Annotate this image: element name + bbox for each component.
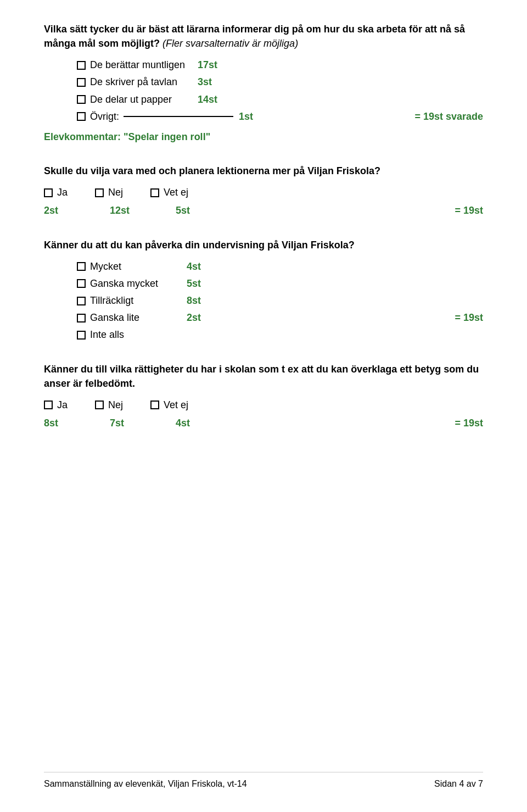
checkbox-ja-q2[interactable] [44, 188, 53, 197]
option-delar: De delar ut papper 14st [77, 93, 483, 107]
label-nej-q2: Nej [108, 186, 123, 199]
elevkommentar-text: "Spelar ingen roll" [124, 131, 210, 142]
label-nej-q4: Nej [108, 398, 123, 412]
footer-left: Sammanställning av elevenkät, Viljan Fri… [44, 778, 247, 790]
question-1-block: Vilka sätt tycker du är bäst att lärarna… [44, 22, 483, 144]
checkbox-nej-q4[interactable] [95, 401, 104, 409]
question-1-options: De berättar muntligen 17st De skriver på… [77, 58, 483, 124]
label-ja-q2: Ja [57, 186, 68, 199]
count-vetej-q4: 4st [176, 416, 242, 430]
checkbox-ganska-mycket[interactable] [77, 279, 86, 288]
footer-right: Sidan 4 av 7 [434, 778, 483, 790]
checkbox-ja-q4[interactable] [44, 401, 53, 409]
label-ganska-lite: Ganska lite [90, 311, 139, 325]
question-2-block: Skulle du vilja vara med och planera lek… [44, 164, 483, 218]
question-2-main: Skulle du vilja vara med och planera lek… [44, 165, 380, 176]
option-mycket: Mycket 4st [77, 260, 483, 274]
option-ovrigt-label: Övrigt: [90, 110, 119, 124]
question-4-text: Känner du till vilka rättigheter du har … [44, 362, 483, 391]
option-delar-label: De delar ut papper [90, 93, 172, 107]
option-ovrigt: Övrigt: 1st = 19st svarade [77, 110, 483, 124]
count-ganska-mycket: 5st [187, 277, 231, 291]
page-footer: Sammanställning av elevenkät, Viljan Fri… [44, 772, 483, 790]
count-delar: 14st [198, 93, 242, 107]
question-2-options: Ja Nej Vet ej [44, 186, 483, 199]
option-skriver-label: De skriver på tavlan [90, 75, 177, 89]
count-ja-q2: 2st [44, 204, 110, 218]
checkbox-inte-alls[interactable] [77, 331, 86, 340]
option-inte-alls: Inte alls [77, 328, 483, 342]
option-ja-q2: Ja [44, 186, 68, 199]
count-mycket: 4st [187, 260, 231, 274]
count-skriver: 3st [198, 75, 242, 89]
question-4-options: Ja Nej Vet ej [44, 398, 483, 412]
option-nej-q2: Nej [95, 186, 123, 199]
label-ja-q4: Ja [57, 398, 68, 412]
question-3-main: Känner du att du kan påverka din undervi… [44, 240, 355, 251]
elevkommentar-prefix: Elevkommentar: [44, 131, 124, 142]
count-nej-q2: 12st [110, 204, 176, 218]
option-vetej-q2: Vet ej [150, 186, 188, 199]
count-nej-q4: 7st [110, 416, 176, 430]
question-4-counts: 8st 7st 4st = 19st [44, 416, 483, 430]
checkbox-ganska-lite[interactable] [77, 314, 86, 322]
count-ganska-lite: 2st [187, 311, 231, 325]
checkbox-skriver[interactable] [77, 78, 86, 87]
total-q3: = 19st [455, 311, 483, 325]
checkbox-vetej-q4[interactable] [150, 401, 159, 409]
count-ja-q4: 8st [44, 416, 110, 430]
checkbox-ovrigt[interactable] [77, 112, 86, 121]
option-ja-q4: Ja [44, 398, 68, 412]
checkbox-berättar[interactable] [77, 61, 86, 70]
question-2-counts: 2st 12st 5st = 19st [44, 204, 483, 218]
option-skriver: De skriver på tavlan 3st [77, 75, 483, 89]
label-vetej-q4: Vet ej [164, 398, 188, 412]
question-3-options: Mycket 4st Ganska mycket 5st Tillräcklig… [77, 260, 483, 342]
total-q2: = 19st [455, 204, 483, 218]
question-1-subtitle: (Fler svarsalternativ är möjliga) [162, 38, 298, 49]
question-3-text: Känner du att du kan påverka din undervi… [44, 238, 483, 252]
checkbox-vetej-q2[interactable] [150, 188, 159, 197]
total-q1: = 19st svarade [414, 110, 483, 124]
question-1-text: Vilka sätt tycker du är bäst att lärarna… [44, 22, 483, 51]
option-berättar-label: De berättar muntligen [90, 58, 185, 72]
elevkommentar: Elevkommentar: "Spelar ingen roll" [44, 130, 483, 144]
checkbox-tillrackligt[interactable] [77, 297, 86, 305]
option-nej-q4: Nej [95, 398, 123, 412]
count-ovrigt: 1st [239, 110, 283, 124]
label-mycket: Mycket [90, 260, 121, 274]
label-tillrackligt: Tillräckligt [90, 294, 133, 308]
question-4-block: Känner du till vilka rättigheter du har … [44, 362, 483, 431]
option-berättar: De berättar muntligen 17st [77, 58, 483, 72]
option-tillrackligt: Tillräckligt 8st [77, 294, 483, 308]
count-berättar: 17st [198, 58, 242, 72]
question-2-text: Skulle du vilja vara med och planera lek… [44, 164, 483, 178]
label-inte-alls: Inte alls [90, 328, 124, 342]
option-ganska-lite: Ganska lite 2st = 19st [77, 311, 483, 325]
count-vetej-q2: 5st [176, 204, 242, 218]
checkbox-delar[interactable] [77, 95, 86, 104]
option-ganska-mycket: Ganska mycket 5st [77, 277, 483, 291]
label-ganska-mycket: Ganska mycket [90, 277, 158, 291]
total-q4: = 19st [455, 416, 483, 430]
ovrigt-underline [124, 116, 233, 117]
option-vetej-q4: Vet ej [150, 398, 188, 412]
question-4-main: Känner du till vilka rättigheter du har … [44, 364, 479, 389]
label-vetej-q2: Vet ej [164, 186, 188, 199]
checkbox-mycket[interactable] [77, 262, 86, 271]
question-3-block: Känner du att du kan påverka din undervi… [44, 238, 483, 342]
count-tillrackligt: 8st [187, 294, 231, 308]
checkbox-nej-q2[interactable] [95, 188, 104, 197]
